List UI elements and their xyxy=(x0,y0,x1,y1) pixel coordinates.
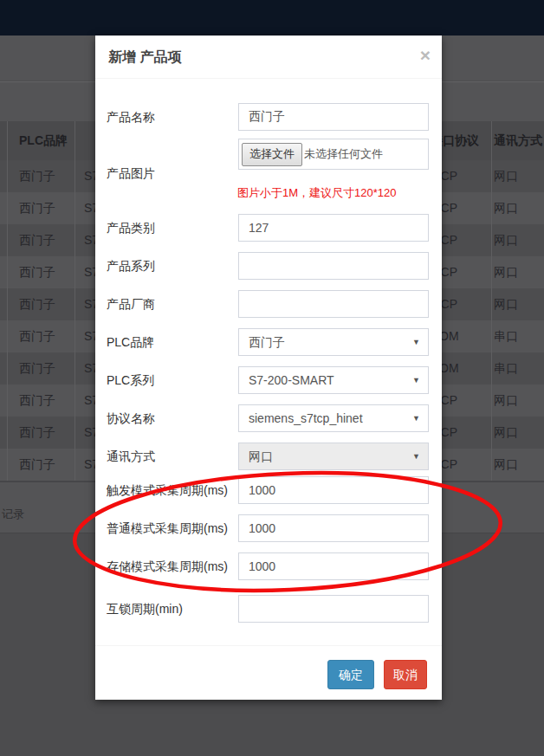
trigger-period-label: 触发模式采集周期(ms) xyxy=(107,476,228,504)
records-text: 记录 xyxy=(2,507,24,522)
product-image-file-input[interactable]: 选择文件 未选择任何文件 xyxy=(238,139,429,170)
image-size-hint: 图片小于1M，建议尺寸120*120 xyxy=(237,185,397,201)
storage-period-label: 存储模式采集周期(ms) xyxy=(107,552,228,580)
product-series-label: 产品系列 xyxy=(107,252,155,280)
product-vendor-label: 产品厂商 xyxy=(107,290,155,318)
protocol-name-label: 协议名称 xyxy=(107,404,155,432)
comm-mode-label: 通讯方式 xyxy=(107,443,155,470)
cell-brand: 西门子 xyxy=(19,160,55,192)
cell-comm: 网口 xyxy=(494,449,518,481)
cell-comm: 串口 xyxy=(494,352,518,384)
product-vendor-input[interactable] xyxy=(238,290,429,318)
cell-brand: 西门子 xyxy=(19,352,55,384)
cell-comm: 网口 xyxy=(494,288,518,320)
cancel-button[interactable]: 取消 xyxy=(384,660,427,689)
cell-brand: 西门子 xyxy=(19,417,55,449)
protocol-name-select[interactable]: siemens_s7tcp_hinet ▼ xyxy=(238,404,429,432)
cell-brand: 西门子 xyxy=(19,224,55,256)
trigger-period-input[interactable] xyxy=(238,476,429,504)
cell-comm: 网口 xyxy=(494,417,518,449)
product-image-label: 产品图片 xyxy=(107,159,155,187)
add-product-modal: 新增 产品项 × 产品名称 产品图片 选择文件 未选择任何文件 图片小于1M，建… xyxy=(95,36,442,700)
cell-brand: 西门子 xyxy=(19,192,55,224)
protocol-name-value: siemens_s7tcp_hinet xyxy=(249,411,363,425)
cell-brand: 西门子 xyxy=(19,256,55,288)
cell-brand: 西门子 xyxy=(19,384,55,417)
modal-header: 新增 产品项 × xyxy=(95,36,442,79)
cell-comm: 网口 xyxy=(494,192,518,224)
comm-mode-value: 网口 xyxy=(249,449,273,463)
modal-footer: 确定 取消 xyxy=(95,645,442,701)
column-header-comm-mode: 通讯方式 xyxy=(494,121,542,160)
cell-comm: 网口 xyxy=(494,224,518,256)
close-icon[interactable]: × xyxy=(420,46,431,64)
product-name-label: 产品名称 xyxy=(107,103,155,131)
product-category-label: 产品类别 xyxy=(107,214,155,242)
interlock-period-label: 互锁周期(min) xyxy=(107,595,183,623)
chevron-down-icon: ▼ xyxy=(412,405,420,431)
cell-comm: 网口 xyxy=(494,384,518,417)
chevron-down-icon: ▼ xyxy=(412,443,420,469)
top-navbar xyxy=(0,0,544,36)
plc-series-select[interactable]: S7-200-SMART ▼ xyxy=(238,366,429,394)
cell-comm: 网口 xyxy=(494,160,518,192)
plc-brand-label: PLC品牌 xyxy=(107,328,154,356)
storage-period-input[interactable] xyxy=(238,552,429,580)
screen: PLC品牌 接口协议 通讯方式 西门子 S7- TCP 网口 西门子 S7- T… xyxy=(0,0,544,756)
cell-comm: 串口 xyxy=(494,320,518,352)
modal-title: 新增 产品项 xyxy=(108,48,181,67)
product-category-input[interactable] xyxy=(238,214,429,242)
cell-comm: 网口 xyxy=(494,256,518,288)
choose-file-button[interactable]: 选择文件 xyxy=(242,143,302,166)
cell-brand: 西门子 xyxy=(19,449,55,481)
plc-brand-select[interactable]: 西门子 ▼ xyxy=(238,328,429,356)
cell-brand: 西门子 xyxy=(19,288,55,320)
interlock-period-input[interactable] xyxy=(238,595,429,623)
plc-series-value: S7-200-SMART xyxy=(249,373,334,387)
file-status-text: 未选择任何文件 xyxy=(304,139,383,169)
normal-period-input[interactable] xyxy=(238,514,429,542)
column-header-plc-brand: PLC品牌 xyxy=(19,121,68,160)
confirm-button[interactable]: 确定 xyxy=(327,660,374,689)
plc-brand-value: 西门子 xyxy=(249,335,285,349)
normal-period-label: 普通模式采集周期(ms) xyxy=(107,514,228,542)
chevron-down-icon: ▼ xyxy=(412,367,420,393)
cell-brand: 西门子 xyxy=(19,320,55,352)
product-name-input[interactable] xyxy=(238,103,429,131)
chevron-down-icon: ▼ xyxy=(412,329,420,355)
plc-series-label: PLC系列 xyxy=(107,366,154,394)
product-series-input[interactable] xyxy=(238,252,429,280)
comm-mode-select: 网口 ▼ xyxy=(238,443,429,470)
